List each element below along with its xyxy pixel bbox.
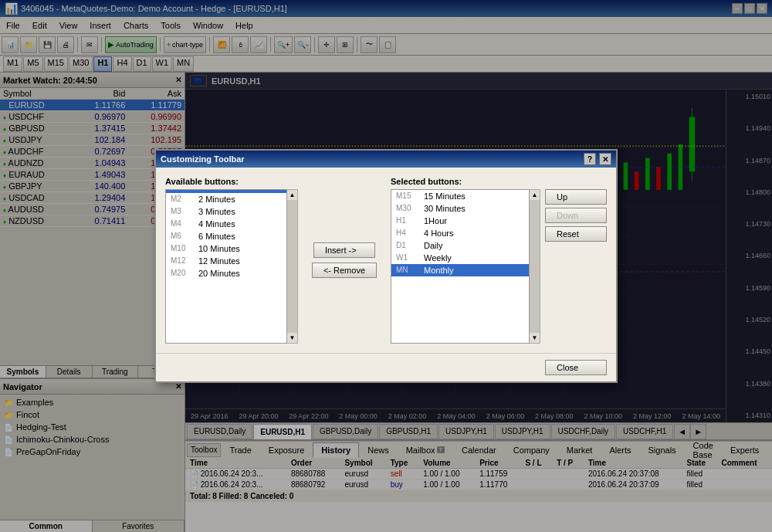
- available-scrollbar-up[interactable]: ▲: [287, 190, 297, 200]
- selected-list-item[interactable]: MNMonthly: [391, 264, 529, 276]
- available-label: Available buttons:: [165, 177, 298, 186]
- item-label-sel: Monthly: [424, 266, 454, 275]
- item-code: M6: [171, 232, 194, 241]
- item-label-sel: Daily: [424, 241, 442, 250]
- dialog-close-button[interactable]: ✕: [599, 153, 611, 165]
- item-code: M4: [171, 219, 194, 229]
- selected-scrollbar-up[interactable]: ▲: [530, 190, 540, 200]
- item-label-sel: Weekly: [424, 253, 452, 263]
- item-label-sel: 1Hour: [424, 216, 447, 225]
- selected-list-item[interactable]: H11Hour: [391, 215, 529, 227]
- item-code: M2: [171, 195, 194, 204]
- available-scrollbar-down[interactable]: ▼: [287, 333, 297, 343]
- selected-list-item[interactable]: W1Weekly: [391, 252, 529, 264]
- right-buttons: Up Down Reset: [545, 189, 607, 344]
- customizing-toolbar-dialog: Customizing Toolbar ? ✕ Available button…: [154, 149, 618, 383]
- selected-list-item[interactable]: M3030 Minutes: [391, 202, 529, 215]
- item-label: 20 Minutes: [198, 269, 240, 278]
- item-label: 12 Minutes: [198, 256, 240, 266]
- available-list-item[interactable]: M2020 Minutes: [166, 267, 286, 280]
- item-code-sel: H4: [396, 229, 419, 238]
- available-list-item[interactable]: M66 Minutes: [166, 230, 286, 242]
- item-code-sel: MN: [396, 266, 419, 275]
- selected-scrollbar-down[interactable]: ▼: [530, 333, 540, 343]
- item-code-sel: D1: [396, 241, 419, 250]
- available-list-item[interactable]: M1212 Minutes: [166, 255, 286, 267]
- item-label-sel: 15 Minutes: [424, 191, 466, 201]
- item-code: M3: [171, 207, 194, 216]
- dialog-footer: Close: [156, 353, 616, 381]
- dialog-middle-buttons: Insert -> <- Remove: [306, 177, 383, 344]
- item-code: M12: [171, 256, 194, 266]
- dialog-body: Available buttons: M22 MinutesM33 Minute…: [165, 177, 607, 344]
- dialog-title-text: Customizing Toolbar: [161, 154, 245, 164]
- reset-button[interactable]: Reset: [545, 226, 607, 242]
- selected-list-item[interactable]: M1515 Minutes: [391, 190, 529, 202]
- selected-list-item[interactable]: H44 Hours: [391, 227, 529, 239]
- item-code-sel: H1: [396, 216, 419, 225]
- dialog-available-panel: Available buttons: M22 MinutesM33 Minute…: [165, 177, 298, 344]
- item-label: 10 Minutes: [198, 244, 240, 253]
- remove-button[interactable]: <- Remove: [312, 263, 377, 278]
- dialog-selected-panel: Selected buttons: M1515 MinutesM3030 Min…: [391, 177, 607, 344]
- up-button[interactable]: Up: [545, 189, 607, 205]
- dialog-overlay: Customizing Toolbar ? ✕ Available button…: [0, 0, 772, 532]
- item-label: 4 Minutes: [198, 219, 235, 229]
- item-code: M10: [171, 244, 194, 253]
- dialog-content: Available buttons: M22 MinutesM33 Minute…: [156, 168, 616, 353]
- available-list[interactable]: M22 MinutesM33 MinutesM44 MinutesM66 Min…: [165, 189, 287, 344]
- item-code-sel: M15: [396, 191, 419, 201]
- selected-panel-wrapper: M1515 MinutesM3030 MinutesH11HourH44 Hou…: [391, 189, 540, 344]
- item-code: M20: [171, 269, 194, 278]
- item-label-sel: 4 Hours: [424, 229, 454, 238]
- item-label: 2 Minutes: [198, 195, 235, 204]
- insert-button[interactable]: Insert ->: [313, 242, 375, 258]
- close-dialog-button[interactable]: Close: [545, 360, 607, 375]
- item-label-sel: 30 Minutes: [424, 204, 466, 213]
- dialog-help-button[interactable]: ?: [584, 153, 596, 165]
- available-list-item[interactable]: M22 Minutes: [166, 193, 286, 205]
- item-label: 6 Minutes: [198, 232, 235, 241]
- item-label: 3 Minutes: [198, 207, 235, 216]
- item-code-sel: M30: [396, 204, 419, 213]
- item-code-sel: W1: [396, 253, 419, 263]
- available-list-item[interactable]: M1010 Minutes: [166, 242, 286, 255]
- down-button[interactable]: Down: [545, 208, 607, 223]
- available-list-item[interactable]: M33 Minutes: [166, 205, 286, 218]
- selected-label: Selected buttons:: [391, 177, 607, 186]
- selected-list-item[interactable]: D1Daily: [391, 239, 529, 252]
- available-list-item[interactable]: M44 Minutes: [166, 218, 286, 230]
- dialog-titlebar: Customizing Toolbar ? ✕: [156, 151, 616, 168]
- selected-list[interactable]: M1515 MinutesM3030 MinutesH11HourH44 Hou…: [391, 189, 530, 344]
